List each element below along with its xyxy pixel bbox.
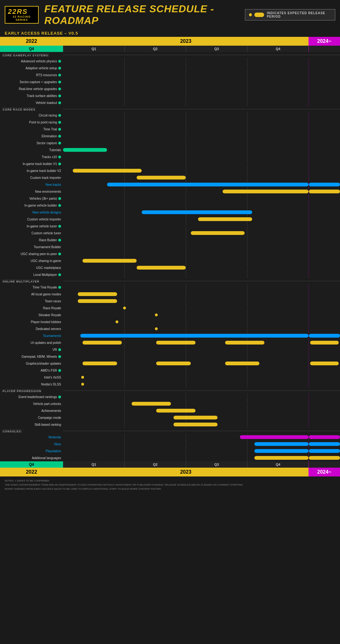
section-label: CORE GAMEPLAY SYSTEMS: — [3, 54, 49, 57]
feature-2024-cell — [309, 92, 340, 99]
feature-label: Race Builder — [39, 238, 57, 242]
gantt-bar — [240, 435, 309, 439]
feature-label-cell: Campaign mode — [0, 416, 63, 419]
section-label: CONSOLES: — [3, 430, 22, 433]
feature-timeline — [63, 346, 309, 353]
scheduled-dot-icon — [155, 328, 158, 330]
feature-timeline — [63, 284, 309, 291]
section-label-cell: CONSOLES: — [0, 428, 63, 434]
feature-label-cell: Skill-based ranking — [0, 423, 63, 426]
released-dot-icon — [58, 369, 61, 372]
released-dot-icon — [58, 396, 61, 398]
section-label-cell: PLAYER PROGRESSION — [0, 388, 63, 393]
feature-2024-cell — [309, 78, 340, 85]
q-cell-q4: Q4 — [247, 46, 309, 52]
bottom-q-cell-2024 — [309, 461, 340, 468]
feature-label: UI updates and polish — [31, 341, 61, 345]
feature-label: Xbox — [54, 442, 61, 446]
feature-2024-cell — [309, 58, 340, 65]
section-grid-area — [63, 109, 309, 109]
feature-label-cell: Player-hosted lobbies — [0, 320, 63, 324]
feature-row: Skill-based ranking — [0, 421, 340, 428]
gantt-bar-2024 — [309, 442, 340, 446]
feature-label-cell: Additional languages — [0, 456, 63, 460]
released-dot-icon — [58, 204, 61, 207]
feature-label-cell: UI updates and polish — [0, 341, 63, 345]
feature-timeline — [63, 223, 309, 230]
scheduled-dot-icon — [116, 321, 118, 323]
section-label: ONLINE MULTIPLAYER — [3, 280, 39, 283]
gantt-bar — [137, 176, 186, 180]
feature-timeline — [63, 271, 309, 278]
feature-timeline — [63, 216, 309, 223]
feature-row: Advanced vehicle physics — [0, 58, 340, 65]
feature-label-cell: Xbox — [0, 442, 63, 446]
feature-label-cell: In-game vehicle tuner — [0, 225, 63, 228]
gantt-bar — [82, 362, 117, 365]
feature-2024-cell — [309, 133, 340, 140]
feature-row: In-game vehicle builder — [0, 202, 340, 209]
bottom-year-2023: 2023 — [63, 468, 309, 476]
feature-label: Elimination — [42, 134, 57, 138]
feature-label-cell: UGC marketplace — [0, 266, 63, 270]
released-dot-icon — [58, 225, 61, 228]
bottom-q-cell-q1: Q1 — [63, 461, 124, 468]
feature-row: Intel's XeSS — [0, 374, 340, 381]
feature-row: Additional languages† — [0, 454, 340, 461]
feature-label: RTS resources — [36, 73, 57, 77]
feature-label: Sector-capture + upgrades — [20, 80, 57, 84]
feature-label-cell: New environments — [0, 190, 63, 193]
feature-timeline — [63, 332, 309, 339]
released-dot-icon — [58, 135, 61, 138]
feature-label-cell: All local game modes — [0, 293, 63, 296]
feature-label-cell: VR — [0, 348, 63, 351]
feature-timeline — [63, 257, 309, 264]
feature-label: Custom vehicle tuner — [31, 231, 61, 235]
feature-2024-cell — [309, 271, 340, 278]
feature-timeline — [63, 393, 309, 400]
feature-row: Time Trial — [0, 126, 340, 133]
feature-2024-cell — [309, 353, 340, 360]
feature-2024-cell — [309, 381, 340, 388]
feature-label-cell: Custom vehicle tuner — [0, 231, 63, 235]
released-dot-icon — [58, 121, 61, 124]
feature-label: Campaign mode — [38, 416, 61, 419]
feature-row: Elimination — [0, 133, 340, 140]
feature-2024-cell — [309, 367, 340, 374]
feature-2024-cell — [309, 160, 340, 167]
feature-2024-cell — [309, 318, 340, 325]
feature-timeline — [63, 126, 309, 133]
feature-label-cell: Time Trial — [0, 128, 63, 131]
feature-timeline — [63, 407, 309, 414]
feature-2024-cell — [309, 332, 340, 339]
feature-timeline — [63, 360, 309, 367]
notes-line1: NOTES: † DATES TO BE CONFIRMED — [5, 479, 335, 483]
section-header: PLAYER PROGRESSION — [0, 388, 340, 393]
feature-label: UGC marketplace — [36, 266, 61, 270]
gantt-bar-2024 — [309, 183, 340, 186]
feature-label: Tracks x10 — [42, 155, 57, 159]
notes-line3: MONEY EARNED FROM EARLY-ACCESS SALES TO … — [5, 487, 335, 491]
features-container: CORE GAMEPLAY SYSTEMS:Advanced vehicle p… — [0, 52, 340, 461]
feature-row: Vehicle part unlocks — [0, 400, 340, 407]
feature-label-cell: RTS resources — [0, 73, 63, 77]
feature-row: In-game track builder V2 — [0, 167, 340, 174]
feature-row: New tracks — [0, 181, 340, 188]
feature-2024-cell — [309, 188, 340, 195]
feature-label: Skill-based ranking — [35, 423, 61, 426]
feature-label: New environments — [35, 190, 61, 193]
feature-row: In-game vehicle tuner — [0, 223, 340, 230]
feature-label-cell: Gamepad, KB/M, Wheels — [0, 355, 63, 358]
feature-label-cell: Local Multiplayer — [0, 273, 63, 276]
feature-label-cell: Achievements — [0, 409, 63, 413]
legend-dot-icon — [249, 13, 252, 16]
feature-2024-cell — [309, 71, 340, 78]
section-header: CONSOLES: — [0, 428, 340, 434]
feature-label-cell: Advanced vehicle physics — [0, 60, 63, 63]
feature-label: Vehicles (3k+ parts) — [29, 197, 57, 200]
gantt-bar — [80, 334, 309, 338]
feature-timeline — [63, 311, 309, 318]
logo: 22RS 22 RACING SERIES — [5, 6, 39, 24]
feature-label-cell: Race Builder — [0, 238, 63, 242]
q-cell-2024 — [309, 46, 340, 52]
